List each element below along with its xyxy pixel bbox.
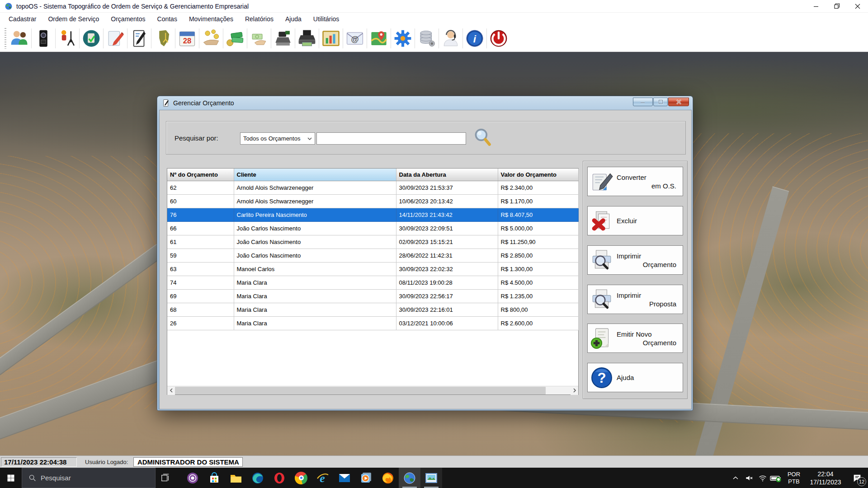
table-cell: R$ 4.500,00 (498, 276, 578, 289)
coins-icon (202, 29, 221, 48)
table-cell: 59 (167, 249, 234, 262)
map-button[interactable] (368, 27, 389, 50)
taskbar-search[interactable]: Pesquisar (22, 468, 156, 488)
taskbar-icon-mail[interactable] (334, 468, 355, 488)
table-cell: Arnold Alois Schwarzenegger (234, 181, 396, 194)
taskbar-icon-firefox[interactable] (377, 468, 399, 488)
search-filter-select[interactable]: Todos os Orçamentos (240, 132, 315, 145)
emitir-novo-orcamento-button[interactable]: Emitir NovoOrçamento (587, 324, 683, 353)
table-row[interactable]: 68Maria Clara30/09/2023 22:16:01R$ 800,0… (167, 303, 578, 316)
ajuda-button[interactable]: ?Ajuda (587, 363, 683, 392)
notepad-button[interactable] (129, 27, 150, 50)
task-check-button[interactable] (81, 27, 102, 50)
notification-center-button[interactable]: 12 (846, 468, 868, 488)
converter-os-button[interactable]: Converterem O.S. (587, 167, 683, 196)
tray-clock[interactable]: 22:0417/11/2023 (805, 468, 846, 488)
app-restore-button[interactable] (826, 0, 847, 12)
app-close-button[interactable] (847, 0, 868, 12)
taskbar-icon-chrome[interactable] (290, 468, 312, 488)
horizontal-scrollbar[interactable] (167, 386, 578, 394)
surveyor-button[interactable] (57, 27, 78, 50)
imprimir-proposta-button[interactable]: ImprimirProposta (587, 285, 683, 314)
taskbar-icon-edge[interactable] (247, 468, 269, 488)
excluir-button[interactable]: Excluir (587, 206, 683, 235)
database-button[interactable] (416, 27, 437, 50)
start-button[interactable] (0, 468, 22, 488)
taskbar-icon-internet-explorer[interactable]: e (312, 468, 334, 488)
cash-register-button[interactable] (273, 27, 293, 50)
calendar-button[interactable]: 28 (177, 27, 198, 50)
menu-item-ordem-de-servico[interactable]: Ordem de Serviço (42, 14, 105, 24)
imprimir-orcamento-button[interactable]: ImprimirOrçamento (587, 245, 683, 275)
dialog-close-button[interactable] (668, 98, 689, 106)
toolbar-separator (175, 28, 175, 48)
table-row[interactable]: 60Arnold Alois Schwarzenegger10/06/2023 … (167, 194, 578, 208)
menubar: CadastrarOrdem de ServiçoOrçamentosConta… (0, 13, 868, 25)
scroll-left-arrow[interactable] (167, 386, 175, 395)
column-header-n-do-orcamento[interactable]: Nº do Orçamento (167, 169, 234, 181)
taskbar-icon-store[interactable] (203, 468, 225, 488)
total-station-button[interactable] (33, 27, 54, 50)
table-row[interactable]: 62Arnold Alois Schwarzenegger30/09/2023 … (167, 181, 578, 194)
search-input[interactable] (316, 132, 466, 145)
table-cell: 02/09/2023 15:15:21 (396, 235, 498, 249)
column-header-cliente[interactable]: Cliente (234, 169, 396, 181)
menu-item-utilitarios[interactable]: Utilitários (307, 14, 345, 24)
column-header-valor-do-orcamento[interactable]: Valor do Orçamento (498, 169, 578, 181)
battery-button[interactable] (769, 468, 783, 488)
scroll-right-arrow[interactable] (571, 386, 578, 395)
taskbar-icon-media-player[interactable] (355, 468, 377, 488)
menu-item-contas[interactable]: Contas (151, 14, 183, 24)
table-row[interactable]: 74Maria Clara08/11/2023 19:00:28R$ 4.500… (167, 276, 578, 289)
africa-survey-button[interactable] (153, 27, 174, 50)
chart-button[interactable] (321, 27, 341, 50)
table-row[interactable]: 26Maria Clara03/12/2021 10:00:06R$ 2.600… (167, 316, 578, 330)
table-row[interactable]: 66João Carlos Nascimento30/09/2023 22:09… (167, 221, 578, 235)
payment-button[interactable] (249, 27, 269, 50)
scrollbar-thumb[interactable] (175, 387, 546, 394)
taskbar-icon-photos[interactable] (420, 468, 442, 488)
table-row[interactable]: 63Manoel Carlos30/09/2023 22:02:32R$ 1.3… (167, 262, 578, 276)
volume-button[interactable] (742, 468, 756, 488)
menu-item-orcamentos[interactable]: Orçamentos (105, 14, 151, 24)
search-button[interactable] (470, 125, 495, 150)
dialog-minimize-button[interactable] (633, 98, 653, 106)
menu-item-relatorios[interactable]: Relatórios (239, 14, 279, 24)
column-header-data-da-abertura[interactable]: Data da Abertura (396, 169, 498, 181)
taskbar-icon-explorer[interactable] (225, 468, 247, 488)
toolbar: 28@i (0, 25, 868, 52)
language-indicator[interactable]: PORPTB (783, 468, 805, 488)
menu-item-ajuda[interactable]: Ajuda (279, 14, 307, 24)
toolbar-separator (247, 28, 247, 48)
info-button[interactable]: i (464, 27, 485, 50)
wifi-button[interactable] (756, 468, 769, 488)
email-button[interactable]: @ (344, 27, 365, 50)
table-row[interactable]: 61João Carlos Nascimento02/09/2023 15:15… (167, 235, 578, 249)
table-row[interactable]: 59João Carlos Nascimento28/06/2022 11:42… (167, 249, 578, 262)
chevron-down-icon (307, 136, 312, 141)
dialog-maximize-button[interactable] (653, 98, 668, 106)
taskbar-icon-opera[interactable] (269, 468, 290, 488)
table-row[interactable]: 76Carlito Pereira Nascimento14/11/2023 2… (167, 208, 578, 221)
task-view-button[interactable] (156, 468, 175, 488)
edit-document-button[interactable] (105, 27, 126, 50)
menu-item-movimentacoes[interactable]: Movimentações (183, 14, 239, 24)
calendar-icon: 28 (178, 29, 197, 48)
dialog-titlebar[interactable]: Gerenciar Orçamento (157, 96, 693, 110)
support-button[interactable] (440, 27, 461, 50)
money-button[interactable] (225, 27, 245, 50)
table-cell: 61 (167, 235, 234, 249)
app-minimize-button[interactable] (806, 0, 826, 12)
taskbar-icon-topoos[interactable] (399, 468, 420, 488)
table-cell: 08/11/2023 19:00:28 (396, 276, 498, 289)
table-cell: João Carlos Nascimento (234, 249, 396, 262)
table-row[interactable]: 69Maria Clara30/09/2023 22:56:17R$ 1.235… (167, 289, 578, 303)
exit-button[interactable] (488, 27, 509, 50)
settings-button[interactable] (392, 27, 413, 50)
taskbar-icon-tor[interactable] (182, 468, 203, 488)
printer-button[interactable] (297, 27, 317, 50)
menu-item-cadastrar[interactable]: Cadastrar (3, 14, 42, 24)
clients-button[interactable] (9, 27, 30, 50)
coins-button[interactable] (201, 27, 222, 50)
tray-chevron-button[interactable] (729, 468, 742, 488)
